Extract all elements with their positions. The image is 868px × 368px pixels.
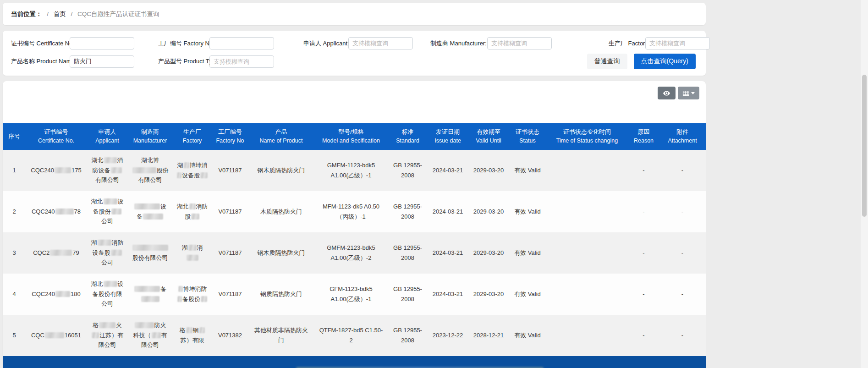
redacted-text — [104, 157, 117, 163]
breadcrumb-separator: / — [71, 11, 73, 17]
applicant-label: 申请人 Applicant: — [303, 39, 347, 48]
table-cell: - — [628, 232, 659, 274]
column-header: 产品Name of Product — [248, 123, 314, 150]
redacted-text — [111, 209, 121, 214]
page-container: 当前位置： / 首页 / CQC自愿性产品认证证书查询 证书编号 Certifi… — [3, 3, 706, 368]
table-row: 2CQC24078湖北设备股份公司设备湖北消防股V071187木质隔热防火门MF… — [3, 191, 706, 232]
column-header: 附件Attachment — [659, 123, 706, 150]
table-cell: 有效 Valid — [509, 191, 546, 232]
breadcrumb-separator: / — [47, 11, 49, 17]
toggle-columns-button[interactable] — [658, 87, 676, 99]
breadcrumb-current: CQC自愿性产品认证证书查询 — [77, 11, 159, 17]
redacted-text — [178, 286, 183, 292]
table-cell: 有效 Valid — [509, 274, 546, 315]
field-manufacturer: 制造商 Manufacturer: — [430, 37, 552, 49]
table-cell: 3 — [3, 232, 26, 274]
redacted-text — [111, 250, 122, 256]
table-cell: - — [659, 274, 706, 315]
breadcrumb: 当前位置： / 首页 / CQC自愿性产品认证证书查询 — [3, 3, 706, 25]
product-type-input[interactable] — [209, 55, 274, 68]
table-cell: 2028-12-21 — [468, 315, 509, 356]
table-row: 4CQC240180湖北设备股份有限公司备博坤消防备股份V071187钢质隔热防… — [3, 274, 706, 315]
table-cell: V071187 — [212, 232, 248, 274]
redacted-text — [134, 286, 160, 292]
redacted-text — [98, 240, 111, 246]
field-factory-no: 工厂编号 Factory No.: — [158, 37, 274, 49]
table-cell: 2 — [3, 191, 26, 232]
table-cell: CQC240175 — [26, 150, 87, 191]
redacted-text — [200, 172, 208, 178]
column-header: 序号 — [3, 123, 26, 150]
factory-no-input[interactable] — [209, 37, 274, 49]
table-cell: 备 — [128, 274, 172, 315]
table-cell: 湖北消防设备有限公司 — [87, 150, 128, 191]
redacted-text — [186, 327, 192, 333]
table-toolbar — [3, 87, 706, 99]
table-cell: 2024-03-21 — [428, 191, 468, 232]
table-cell: 防火科技（有限公司 — [128, 315, 172, 356]
table-cell: - — [628, 315, 659, 356]
table-cell: V071187 — [212, 274, 248, 315]
table-cell: GMFM-1123-bdk5 A1.00(乙级）-1 — [314, 150, 388, 191]
table-cell: 2024-03-21 — [428, 274, 468, 315]
column-header: 证书编号Certificate No. — [26, 123, 87, 150]
normal-query-button[interactable]: 普通查询 — [587, 54, 627, 69]
column-header: 生产厂Factory — [172, 123, 212, 150]
table-cell: 有效 Valid — [509, 315, 546, 356]
column-header: 原因Reason — [628, 123, 659, 150]
table-cell: - — [659, 150, 706, 191]
product-name-input[interactable] — [70, 55, 134, 68]
redacted-text — [55, 291, 70, 297]
factory-input[interactable] — [645, 37, 710, 49]
certificate-no-input[interactable] — [70, 37, 134, 49]
table-row: 3CQC279湖消防设备股公司股份有限公司湖消V071187钢木质隔热防火门GM… — [3, 232, 706, 274]
footer-bar — [3, 356, 706, 368]
column-header: 发证日期Issue date — [428, 123, 468, 150]
table-cell: 2024-03-21 — [428, 232, 468, 274]
redacted-text — [201, 296, 207, 302]
table-cell: GB 12955-2008 — [388, 315, 428, 356]
redacted-text — [199, 327, 205, 333]
table-cell: GB 12955-2008 — [388, 232, 428, 274]
table-cell: 钢质隔热防火门 — [248, 274, 314, 315]
redacted-text — [104, 198, 117, 204]
table-cell: 木质隔热防火门 — [248, 191, 314, 232]
redacted-text — [99, 322, 115, 328]
column-header: 型号/规格Model and Secification — [314, 123, 388, 150]
table-cell: 2023-12-22 — [428, 315, 468, 356]
column-header: 证书状态Status — [509, 123, 546, 150]
table-cell: - — [659, 315, 706, 356]
redacted-text — [141, 296, 159, 302]
table-cell — [546, 150, 628, 191]
product-type-label: 产品型号 Product Type: — [158, 57, 209, 66]
redacted-text — [188, 245, 197, 251]
table-cell: 2029-03-20 — [468, 232, 509, 274]
table-cell: GB 12955-2008 — [388, 191, 428, 232]
redacted-text — [55, 209, 74, 214]
table-cell: 格火江苏）有限公司 — [87, 315, 128, 356]
redacted-text — [187, 255, 198, 261]
vertical-scrollbar — [861, 0, 868, 368]
table-cell: 2024-03-21 — [428, 150, 468, 191]
table-cell: - — [628, 150, 659, 191]
table-cell: 有效 Valid — [509, 232, 546, 274]
query-button[interactable]: 点击查询(Query) — [634, 54, 696, 69]
table-cell — [546, 232, 628, 274]
redacted-text — [184, 162, 189, 168]
table-cell: - — [628, 191, 659, 232]
table-cell: GB 12955-2008 — [388, 274, 428, 315]
table-view-button[interactable] — [678, 87, 699, 99]
factory-label: 生产厂 Factory: — [609, 39, 644, 48]
applicant-input[interactable] — [348, 37, 413, 49]
scrollbar-thumb[interactable] — [862, 75, 867, 217]
product-name-label: 产品名称 Product Name: — [11, 57, 69, 66]
breadcrumb-home-link[interactable]: 首页 — [54, 11, 66, 17]
factory-no-label: 工厂编号 Factory No.: — [158, 39, 209, 48]
breadcrumb-label: 当前位置： — [11, 11, 42, 17]
table-cell: 4 — [3, 274, 26, 315]
redacted-text — [135, 322, 154, 328]
column-header: 制造商Manufacturer — [128, 123, 172, 150]
table-cell: 2029-03-20 — [468, 150, 509, 191]
manufacturer-input[interactable] — [487, 37, 552, 49]
field-applicant: 申请人 Applicant: — [303, 37, 413, 49]
